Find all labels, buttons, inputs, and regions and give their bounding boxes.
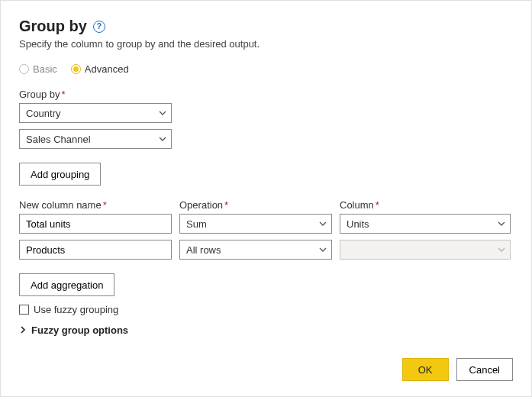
column-select-1[interactable]: Units bbox=[340, 214, 511, 234]
chevron-down-icon bbox=[498, 246, 505, 253]
dialog-footer: OK Cancel bbox=[402, 358, 513, 381]
new-column-name-input-2[interactable] bbox=[19, 240, 172, 260]
operation-select-2[interactable]: All rows bbox=[179, 240, 332, 260]
new-column-name-input-1[interactable] bbox=[19, 214, 172, 234]
chevron-down-icon bbox=[498, 220, 505, 228]
ok-button[interactable]: OK bbox=[402, 358, 449, 381]
radio-on-icon bbox=[71, 64, 81, 74]
group-by-select-1[interactable]: Country bbox=[19, 103, 172, 123]
radio-off-icon bbox=[19, 64, 29, 74]
mode-basic-label: Basic bbox=[33, 63, 57, 75]
operation-select-1[interactable]: Sum bbox=[179, 214, 332, 234]
dialog-subtitle: Specify the column to group by and the d… bbox=[19, 38, 513, 50]
dialog-title: Group by bbox=[19, 18, 87, 35]
group-by-select-2[interactable]: Sales Channel bbox=[19, 129, 172, 149]
cancel-button[interactable]: Cancel bbox=[456, 358, 513, 381]
group-by-label: Group by* bbox=[19, 89, 513, 100]
chevron-down-icon bbox=[319, 246, 327, 253]
new-column-name-label: New column name* bbox=[19, 199, 172, 211]
operation-label: Operation* bbox=[179, 199, 332, 211]
add-grouping-button[interactable]: Add grouping bbox=[19, 163, 101, 186]
help-icon[interactable]: ? bbox=[93, 21, 105, 33]
chevron-down-icon bbox=[159, 109, 166, 117]
column-label: Column* bbox=[340, 199, 511, 211]
mode-basic-radio[interactable]: Basic bbox=[19, 63, 57, 75]
group-by-dialog: Group by ? Specify the column to group b… bbox=[1, 1, 531, 336]
use-fuzzy-grouping-label: Use fuzzy grouping bbox=[34, 304, 118, 315]
use-fuzzy-grouping-checkbox[interactable]: Use fuzzy grouping bbox=[19, 304, 513, 315]
column-select-2-disabled bbox=[340, 240, 511, 260]
chevron-right-icon bbox=[19, 324, 27, 336]
chevron-down-icon bbox=[159, 135, 166, 143]
add-aggregation-button[interactable]: Add aggregation bbox=[19, 273, 114, 296]
checkbox-icon bbox=[19, 305, 29, 315]
fuzzy-group-options-label: Fuzzy group options bbox=[31, 324, 128, 336]
mode-advanced-radio[interactable]: Advanced bbox=[71, 63, 129, 75]
mode-advanced-label: Advanced bbox=[85, 63, 129, 75]
fuzzy-group-options-expander[interactable]: Fuzzy group options bbox=[19, 324, 513, 336]
chevron-down-icon bbox=[319, 220, 327, 228]
